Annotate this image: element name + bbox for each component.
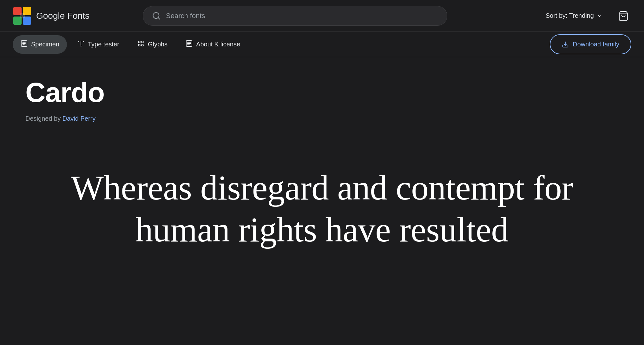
glyphs-svg-icon [137,40,145,47]
specimen-svg-icon: A [20,40,28,47]
about-svg-icon [185,40,193,47]
type-tester-svg-icon [77,40,85,47]
glyphs-icon [137,40,145,49]
download-family-label: Download family [573,41,619,48]
logo-text: Google Fonts [36,11,89,21]
specimen-text: Whereas disregard and contempt for human… [25,148,619,270]
tab-specimen-label: Specimen [31,41,59,48]
chevron-down-icon [596,13,603,19]
about-icon [185,40,193,49]
header: Google Fonts Sort by: Trending [0,0,644,32]
search-icon [152,11,161,20]
main-content: Cardo Designed by David Perry Whereas di… [0,57,644,289]
search-bar[interactable] [143,6,447,26]
designer-line: Designed by David Perry [25,115,619,122]
tabs-bar: A Specimen Type tester Glyphs [0,32,644,57]
svg-point-11 [141,41,143,43]
sort-label: Sort by: Trending [546,12,594,19]
google-fonts-logo[interactable]: Google Fonts [13,6,133,25]
google-logo-icon [13,6,32,25]
svg-point-13 [141,44,143,46]
download-icon [562,41,569,48]
tab-type-tester-label: Type tester [88,41,119,48]
header-right: Sort by: Trending [541,8,631,24]
svg-text:A: A [22,42,24,45]
svg-rect-4 [20,13,25,18]
type-tester-icon [77,40,85,49]
svg-point-10 [138,41,140,43]
specimen-icon: A [20,40,28,49]
designer-link[interactable]: David Perry [62,115,95,122]
svg-point-12 [138,44,140,46]
search-input[interactable] [166,12,438,20]
cart-icon [618,10,629,21]
font-name: Cardo [25,76,619,109]
sort-button[interactable]: Sort by: Trending [541,10,608,22]
tab-about-label: About & license [196,41,240,48]
tab-glyphs-label: Glyphs [148,41,168,48]
tab-glyphs[interactable]: Glyphs [129,35,175,54]
svg-line-6 [158,17,160,19]
designed-by-prefix: Designed by [25,115,62,122]
download-family-button[interactable]: Download family [550,34,631,54]
tab-type-tester[interactable]: Type tester [69,35,127,54]
tab-about[interactable]: About & license [178,35,248,54]
tab-specimen[interactable]: A Specimen [13,35,67,54]
cart-button[interactable] [615,8,631,24]
